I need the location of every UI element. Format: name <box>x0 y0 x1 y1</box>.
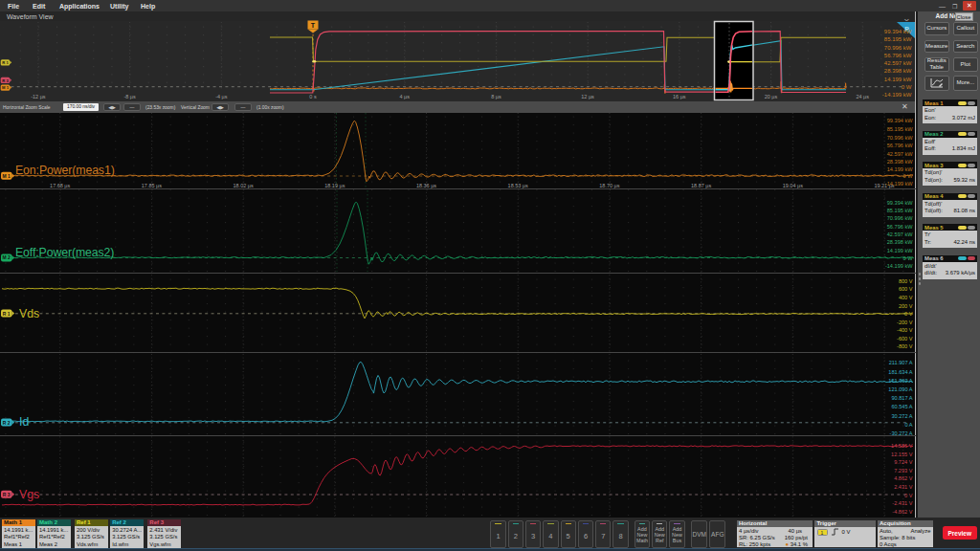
svg-text:-14.199 kW: -14.199 kW <box>885 181 913 187</box>
svg-text:-400 V: -400 V <box>897 327 913 333</box>
svg-text:-4 µs: -4 µs <box>215 94 228 99</box>
svg-text:Vds: Vds <box>19 307 39 320</box>
svg-text:42.597 kW: 42.597 kW <box>887 151 913 157</box>
svg-text:0 V: 0 V <box>904 493 913 498</box>
svg-text:4.862 V: 4.862 V <box>894 475 913 481</box>
svg-text:-200 V: -200 V <box>897 320 913 325</box>
svg-text:R 2: R 2 <box>3 420 11 426</box>
svg-text:28.398 kW: 28.398 kW <box>884 68 912 74</box>
svg-text:0 W: 0 W <box>903 255 914 261</box>
svg-text:R 1: R 1 <box>2 60 9 65</box>
svg-text:Eoff:Power(meas2): Eoff:Power(meas2) <box>15 246 114 259</box>
svg-text:151.362 A: 151.362 A <box>888 378 912 384</box>
svg-text:24 µs: 24 µs <box>856 94 869 99</box>
svg-text:56.796 kW: 56.796 kW <box>887 143 913 148</box>
svg-text:85.195 kW: 85.195 kW <box>887 208 913 213</box>
svg-text:70.996 kW: 70.996 kW <box>884 45 912 51</box>
svg-text:14.586 V: 14.586 V <box>891 443 913 449</box>
svg-text:-600 V: -600 V <box>897 336 913 342</box>
svg-text:18.53 µs: 18.53 µs <box>508 183 528 188</box>
svg-text:70.996 kW: 70.996 kW <box>887 215 913 221</box>
svg-text:181.634 A: 181.634 A <box>888 369 912 375</box>
svg-text:28.398 kW: 28.398 kW <box>887 239 913 245</box>
svg-text:60.545 A: 60.545 A <box>891 404 912 409</box>
svg-text:90.817 A: 90.817 A <box>891 395 912 401</box>
svg-text:0 W: 0 W <box>903 173 914 179</box>
svg-text:T: T <box>311 22 316 29</box>
svg-text:121.090 A: 121.090 A <box>888 386 912 392</box>
svg-text:-30.272 A: -30.272 A <box>890 430 913 436</box>
svg-text:-2.431 V: -2.431 V <box>892 500 912 506</box>
svg-text:211.907 A: 211.907 A <box>889 360 913 365</box>
svg-text:99.394 kW: 99.394 kW <box>887 200 913 206</box>
svg-text:42.597 kW: 42.597 kW <box>884 60 912 66</box>
svg-text:2.431 V: 2.431 V <box>894 484 913 490</box>
svg-text:4 µs: 4 µs <box>399 94 410 99</box>
svg-text:17.68 µs: 17.68 µs <box>50 183 70 188</box>
svg-text:12.155 V: 12.155 V <box>891 452 913 457</box>
svg-text:14.199 kW: 14.199 kW <box>887 166 913 172</box>
svg-text:0 s: 0 s <box>309 94 317 99</box>
svg-text:18.87 µs: 18.87 µs <box>691 183 711 188</box>
svg-text:9.724 V: 9.724 V <box>894 459 913 465</box>
svg-text:70.996 kW: 70.996 kW <box>887 135 913 141</box>
svg-text:19.04 µs: 19.04 µs <box>783 183 803 188</box>
svg-text:-14.199 kW: -14.199 kW <box>885 263 913 269</box>
svg-text:400 V: 400 V <box>899 295 913 300</box>
svg-text:56.796 kW: 56.796 kW <box>884 53 912 58</box>
svg-text:18.36 µs: 18.36 µs <box>416 183 436 188</box>
svg-text:18.70 µs: 18.70 µs <box>599 183 619 188</box>
svg-text:0 W: 0 W <box>902 84 912 90</box>
svg-text:99.394 kW: 99.394 kW <box>884 29 912 34</box>
svg-text:0 V: 0 V <box>904 311 913 317</box>
svg-text:28.398 kW: 28.398 kW <box>887 159 913 165</box>
svg-text:Eon:Power(meas1): Eon:Power(meas1) <box>15 164 115 177</box>
svg-text:-12 µs: -12 µs <box>31 94 46 99</box>
svg-text:R 3: R 3 <box>2 78 9 83</box>
svg-text:14.199 kW: 14.199 kW <box>884 77 912 82</box>
svg-text:7.293 V: 7.293 V <box>894 468 913 474</box>
svg-text:800 V: 800 V <box>899 278 913 284</box>
svg-text:-4.862 V: -4.862 V <box>892 509 912 515</box>
svg-text:12 µs: 12 µs <box>581 94 594 99</box>
svg-text:14.199 kW: 14.199 kW <box>887 248 913 253</box>
svg-text:-14.199 kW: -14.199 kW <box>882 92 912 98</box>
svg-text:200 V: 200 V <box>899 303 913 309</box>
svg-text:M 1: M 1 <box>3 173 11 179</box>
svg-text:-8 µs: -8 µs <box>123 94 136 99</box>
svg-text:20 µs: 20 µs <box>765 94 778 99</box>
svg-text:42.597 kW: 42.597 kW <box>887 231 913 237</box>
svg-text:18.19 µs: 18.19 µs <box>324 183 345 188</box>
svg-text:R 1: R 1 <box>3 311 11 317</box>
svg-text:85.195 kW: 85.195 kW <box>887 126 913 132</box>
svg-text:M 2: M 2 <box>3 254 11 260</box>
svg-text:30.272 A: 30.272 A <box>891 413 912 419</box>
svg-text:16 µs: 16 µs <box>673 94 686 99</box>
svg-text:56.796 kW: 56.796 kW <box>887 224 913 230</box>
svg-text:0 A: 0 A <box>904 422 912 428</box>
svg-text:M 1: M 1 <box>2 85 10 90</box>
svg-text:17.85 µs: 17.85 µs <box>142 183 162 188</box>
svg-text:8 µs: 8 µs <box>491 94 501 99</box>
svg-text:-800 V: -800 V <box>897 343 913 349</box>
svg-text:Vgs: Vgs <box>19 488 39 501</box>
svg-text:18.02 µs: 18.02 µs <box>233 183 253 188</box>
svg-text:Id: Id <box>19 415 29 429</box>
svg-text:R 3: R 3 <box>3 492 11 497</box>
svg-text:99.394 kW: 99.394 kW <box>887 118 913 123</box>
svg-text:85.195 kW: 85.195 kW <box>884 36 912 42</box>
svg-text:600 V: 600 V <box>899 286 913 292</box>
